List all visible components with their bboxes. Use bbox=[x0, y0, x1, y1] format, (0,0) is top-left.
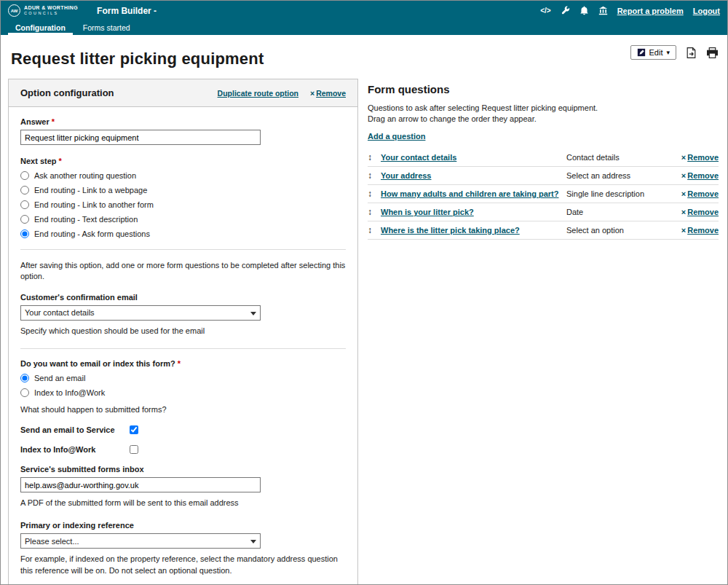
next-step-option-1[interactable]: End routing - Link to a webpage bbox=[20, 186, 346, 195]
option-panel-links: Duplicate route option ×Remove bbox=[218, 89, 346, 98]
top-bar-actions: </> Report a problem Logout bbox=[540, 6, 720, 15]
question-link[interactable]: How many adults and children are taking … bbox=[381, 189, 566, 198]
remove-question-link[interactable]: ×Remove bbox=[681, 153, 719, 162]
logo-mark: AW bbox=[8, 4, 20, 17]
edit-pencil-icon bbox=[637, 48, 646, 57]
option-configuration-panel: Option configuration Duplicate route opt… bbox=[8, 79, 358, 585]
radio-label: End routing - Text description bbox=[34, 215, 138, 224]
questions-table: ↕ Your contact details Contact details ×… bbox=[368, 149, 719, 240]
settings-button[interactable] bbox=[561, 6, 570, 15]
tab-configuration[interactable]: Configuration bbox=[8, 21, 73, 35]
radio-input[interactable] bbox=[20, 200, 29, 209]
table-row: ↕ Your address Select an address ×Remove bbox=[368, 167, 719, 185]
wrench-icon bbox=[561, 6, 570, 15]
primary-reference-label: Primary or indexing reference bbox=[20, 521, 346, 530]
code-button[interactable]: </> bbox=[540, 7, 550, 15]
required-marker: * bbox=[59, 157, 62, 165]
question-link[interactable]: Your address bbox=[381, 171, 566, 180]
radio-input[interactable] bbox=[20, 374, 29, 382]
question-type: Select an address bbox=[566, 171, 672, 180]
export-pdf-button[interactable] bbox=[685, 47, 697, 59]
next-step-option-2[interactable]: End routing - Link to another form bbox=[20, 200, 346, 209]
radio-input[interactable] bbox=[20, 171, 29, 180]
primary-reference-help: For example, if indexed on the property … bbox=[20, 554, 346, 577]
radio-input[interactable] bbox=[20, 186, 29, 195]
question-link[interactable]: Your contact details bbox=[381, 153, 566, 162]
index-to-infowork-checkbox[interactable] bbox=[130, 445, 138, 454]
divider bbox=[20, 249, 346, 250]
app-title[interactable]: Form Builder - bbox=[97, 6, 157, 16]
remove-question-link[interactable]: ×Remove bbox=[681, 171, 719, 180]
email-or-index-option-0[interactable]: Send an email bbox=[20, 374, 346, 382]
printer-icon bbox=[706, 47, 719, 59]
logo-text: ADUR & WORTHING COUNCILS bbox=[24, 5, 78, 15]
radio-input[interactable] bbox=[20, 215, 29, 224]
next-step-option-4[interactable]: End routing - Ask form questions bbox=[20, 229, 346, 238]
institution-button[interactable] bbox=[598, 6, 608, 15]
remove-question-link[interactable]: ×Remove bbox=[681, 208, 719, 216]
radio-input[interactable] bbox=[20, 388, 29, 397]
top-bar: AW ADUR & WORTHING COUNCILS Form Builder… bbox=[1, 1, 727, 20]
form-questions-panel: Form questions Questions to ask after se… bbox=[368, 79, 719, 240]
drag-handle-icon[interactable]: ↕ bbox=[368, 207, 381, 217]
confirmation-email-label: Customer's confirmation email bbox=[20, 293, 346, 302]
form-questions-description: Questions to ask after selecting Request… bbox=[368, 103, 719, 112]
remove-icon: × bbox=[681, 189, 686, 198]
email-or-index-option-1[interactable]: Index to Info@Work bbox=[20, 388, 346, 397]
index-to-infowork-label: Index to Info@Work bbox=[20, 445, 130, 454]
answer-input[interactable] bbox=[20, 130, 261, 145]
remove-label: Remove bbox=[687, 189, 719, 198]
drag-handle-icon[interactable]: ↕ bbox=[368, 189, 381, 199]
radio-input[interactable] bbox=[20, 229, 29, 238]
remove-question-link[interactable]: ×Remove bbox=[681, 226, 719, 235]
inbox-input[interactable] bbox=[20, 477, 261, 492]
send-email-to-service-label: Send an email to Service bbox=[20, 425, 130, 434]
remove-label: Remove bbox=[687, 208, 719, 216]
remove-option-link[interactable]: ×Remove bbox=[310, 89, 346, 98]
next-step-option-0[interactable]: Ask another routing question bbox=[20, 171, 346, 180]
required-marker: * bbox=[178, 359, 181, 368]
drag-handle-icon[interactable]: ↕ bbox=[368, 152, 381, 162]
drag-handle-icon[interactable]: ↕ bbox=[368, 170, 381, 181]
print-button[interactable] bbox=[706, 47, 719, 59]
notifications-button[interactable] bbox=[579, 6, 589, 15]
remove-icon: × bbox=[681, 226, 686, 235]
question-link[interactable]: When is your litter pick? bbox=[381, 208, 566, 216]
remove-question-link[interactable]: ×Remove bbox=[681, 189, 719, 198]
remove-label: Remove bbox=[687, 226, 719, 235]
email-or-index-label: Do you want to email or index this form?… bbox=[20, 359, 346, 368]
app-window: AW ADUR & WORTHING COUNCILS Form Builder… bbox=[0, 0, 728, 585]
drag-handle-icon[interactable]: ↕ bbox=[368, 225, 381, 235]
remove-label: Remove bbox=[687, 153, 719, 162]
logout-link[interactable]: Logout bbox=[693, 7, 720, 15]
tab-forms-started[interactable]: Forms started bbox=[76, 21, 138, 35]
remove-icon: × bbox=[310, 89, 314, 98]
confirmation-email-select[interactable]: Your contact details bbox=[20, 305, 261, 321]
required-marker: * bbox=[52, 117, 55, 126]
index-to-infowork-row: Index to Info@Work bbox=[20, 445, 346, 454]
question-type: Date bbox=[566, 208, 672, 216]
primary-reference-select[interactable]: Please select... bbox=[20, 533, 261, 549]
radio-label: Index to Info@Work bbox=[34, 388, 105, 397]
divider bbox=[20, 348, 346, 349]
radio-label: Ask another routing question bbox=[34, 171, 136, 180]
edit-button-label: Edit bbox=[649, 48, 663, 57]
inbox-help: A PDF of the submitted form will be sent… bbox=[20, 498, 346, 509]
council-logo: AW ADUR & WORTHING COUNCILS bbox=[8, 4, 78, 17]
duplicate-route-option-link[interactable]: Duplicate route option bbox=[218, 89, 298, 98]
question-link[interactable]: Where is the litter pick taking place? bbox=[381, 226, 566, 235]
radio-label: End routing - Link to another form bbox=[34, 200, 154, 209]
next-step-option-3[interactable]: End routing - Text description bbox=[20, 215, 346, 224]
edit-button[interactable]: Edit ▾ bbox=[630, 45, 677, 60]
form-questions-title: Form questions bbox=[368, 83, 719, 95]
report-problem-link[interactable]: Report a problem bbox=[617, 7, 684, 15]
remove-icon: × bbox=[681, 208, 686, 216]
submitted-forms-note: What should happen to submitted forms? bbox=[20, 404, 346, 415]
table-row: ↕ Where is the litter pick taking place?… bbox=[368, 221, 719, 240]
chevron-down-icon: ▾ bbox=[666, 49, 670, 56]
option-panel-header: Option configuration Duplicate route opt… bbox=[9, 79, 357, 107]
question-type: Select an option bbox=[566, 226, 672, 235]
page-title: Request litter picking equipment bbox=[11, 50, 264, 68]
add-a-question-link[interactable]: Add a question bbox=[368, 132, 425, 141]
send-email-to-service-checkbox[interactable] bbox=[130, 425, 138, 434]
